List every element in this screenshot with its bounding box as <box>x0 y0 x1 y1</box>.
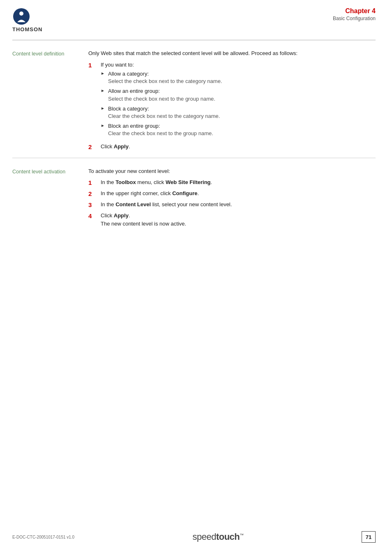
doc-number: E-DOC-CTC-20051017-0151 v1.0 <box>12 535 74 539</box>
bullet-arrow-icon: ► <box>101 71 105 76</box>
footer-logo-bold: touch <box>216 532 240 542</box>
logo-text: THOMSON <box>12 26 42 32</box>
footer-logo-tm: ™ <box>240 533 244 537</box>
bullet-list-definition: ► Allow a category: Select the check box… <box>101 70 376 138</box>
activation-step-number-4: 4 <box>88 212 98 220</box>
main-content: Content level definition Only Web sites … <box>0 40 392 234</box>
speedtouch-logo: speedtouch™ <box>192 532 243 542</box>
bullet-arrow-icon: ► <box>101 88 105 94</box>
bullet-text: Allow a category: Select the check box n… <box>108 70 222 85</box>
step-2-definition: 2 Click Apply. <box>88 143 376 151</box>
svg-point-1 <box>19 12 23 16</box>
list-item: ► Allow an entire group: Select the chec… <box>101 88 376 102</box>
activation-step-3: 3 In the Content Level list, select your… <box>88 200 376 209</box>
list-item: ► Block an entire group: Clear the check… <box>101 122 376 137</box>
page-number: 71 <box>362 531 376 543</box>
activation-step-4-text: Click Apply. <box>101 212 130 219</box>
section-content-level-activation: Content level activation To activate you… <box>12 158 376 235</box>
section-content-level-definition: Content level definition Only Web sites … <box>12 40 376 158</box>
activation-step-number-3: 3 <box>88 200 98 209</box>
activation-step-4-note: The new content level is now active. <box>101 221 186 227</box>
page-footer: E-DOC-CTC-20051017-0151 v1.0 speedtouch™… <box>12 531 376 543</box>
activation-step-1-text: In the Toolbox menu, click Web Site Filt… <box>101 179 212 185</box>
bullet-text: Block an entire group: Clear the check b… <box>108 122 213 137</box>
page-header: THOMSON Chapter 4 Basic Configuration <box>0 0 392 32</box>
logo-area: THOMSON <box>12 7 42 32</box>
list-item: ► Block a category: Clear the check box … <box>101 105 376 120</box>
step-1-text: If you want to: <box>101 62 134 68</box>
bullet-text: Allow an entire group: Select the check … <box>108 88 215 102</box>
section-body-definition: Only Web sites that match the selected c… <box>88 49 376 154</box>
activation-step-4: 4 Click Apply. The new content level is … <box>88 212 376 228</box>
chapter-title: Basic Configuration <box>333 16 376 21</box>
activation-step-2: 2 In the upper right corner, click Confi… <box>88 189 376 198</box>
bullet-arrow-icon: ► <box>101 123 105 129</box>
step-number-2: 2 <box>88 143 98 151</box>
list-item: ► Allow a category: Select the check box… <box>101 70 376 85</box>
bullet-arrow-icon: ► <box>101 106 105 111</box>
activation-step-1: 1 In the Toolbox menu, click Web Site Fi… <box>88 178 376 187</box>
step-number-1: 1 <box>88 61 98 69</box>
footer-logo-text: speedtouch™ <box>192 532 243 542</box>
step-1-definition: 1 If you want to: ► Allow a category: Se… <box>88 61 376 140</box>
section-intro-definition: Only Web sites that match the selected c… <box>88 49 376 58</box>
section-label-definition: Content level definition <box>12 49 88 154</box>
section-body-activation: To activate your new content level: 1 In… <box>88 167 376 230</box>
chapter-info: Chapter 4 Basic Configuration <box>333 7 376 21</box>
activation-step-3-text: In the Content Level list, select your n… <box>101 201 232 207</box>
activation-step-number-1: 1 <box>88 178 98 187</box>
activation-step-number-2: 2 <box>88 189 98 198</box>
chapter-label: Chapter 4 <box>333 7 376 15</box>
bullet-text: Block a category: Clear the check box ne… <box>108 105 220 120</box>
activation-step-2-text: In the upper right corner, click Configu… <box>101 190 199 196</box>
thomson-logo-icon <box>12 7 30 25</box>
footer-logo-plain: speed <box>192 532 216 542</box>
section-intro-activation: To activate your new content level: <box>88 167 376 175</box>
step-2-text: Click Apply. <box>101 143 130 150</box>
section-label-activation: Content level activation <box>12 167 88 230</box>
